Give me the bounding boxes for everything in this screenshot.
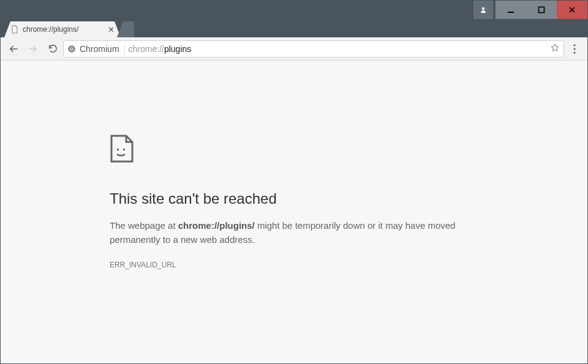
chromium-icon [67, 45, 76, 53]
svg-point-6 [573, 44, 575, 46]
error-code: ERR_INVALID_URL [110, 261, 477, 269]
svg-point-8 [573, 51, 575, 53]
svg-point-7 [573, 48, 575, 50]
window-titlebar [1, 1, 587, 19]
page-content: This site can't be reached The webpage a… [1, 61, 587, 363]
tab-title: chrome://plugins/ [23, 25, 103, 34]
url-scheme: chrome:// [129, 44, 164, 54]
error-message: The webpage at chrome://plugins/ might b… [110, 218, 477, 247]
window-minimize-button[interactable] [496, 1, 526, 19]
star-icon [550, 43, 560, 53]
svg-point-5 [70, 48, 73, 50]
svg-rect-9 [117, 149, 119, 150]
error-block: This site can't be reached The webpage a… [110, 134, 477, 269]
bookmark-button[interactable] [550, 43, 560, 54]
forward-button[interactable] [24, 40, 42, 58]
svg-rect-1 [508, 12, 514, 13]
error-msg-url: chrome://plugins/ [178, 220, 255, 231]
new-tab-button[interactable] [117, 21, 134, 37]
kebab-menu-icon [573, 44, 576, 54]
browser-tab[interactable]: chrome://plugins/ ✕ [4, 21, 121, 37]
browser-toolbar: Chromium chrome://plugins [1, 37, 587, 61]
address-bar[interactable]: Chromium chrome://plugins [63, 40, 564, 58]
error-title: This site can't be reached [110, 190, 477, 207]
window-maximize-button[interactable] [526, 1, 557, 19]
arrow-right-icon [28, 43, 39, 54]
url-text: chrome://plugins [129, 44, 546, 54]
user-profile-button[interactable] [473, 1, 493, 19]
svg-rect-10 [123, 149, 125, 150]
svg-rect-2 [539, 7, 545, 13]
arrow-left-icon [8, 43, 19, 54]
tab-strip: chrome://plugins/ ✕ [1, 19, 587, 37]
browser-menu-button[interactable] [565, 40, 584, 58]
url-path: plugins [164, 44, 191, 54]
security-label: Chromium [80, 44, 119, 54]
minimize-icon [507, 6, 514, 13]
reload-icon [48, 43, 58, 54]
back-button[interactable] [4, 40, 23, 58]
svg-point-0 [482, 7, 484, 10]
window-close-button[interactable] [557, 1, 587, 19]
tab-close-button[interactable]: ✕ [108, 26, 115, 34]
sad-document-icon [110, 134, 477, 166]
close-icon [568, 6, 576, 13]
page-favicon-icon [10, 25, 19, 34]
user-icon [480, 6, 487, 13]
security-chip[interactable]: Chromium [67, 43, 125, 54]
maximize-icon [538, 6, 545, 13]
error-msg-prefix: The webpage at [110, 220, 178, 231]
reload-button[interactable] [43, 40, 62, 58]
